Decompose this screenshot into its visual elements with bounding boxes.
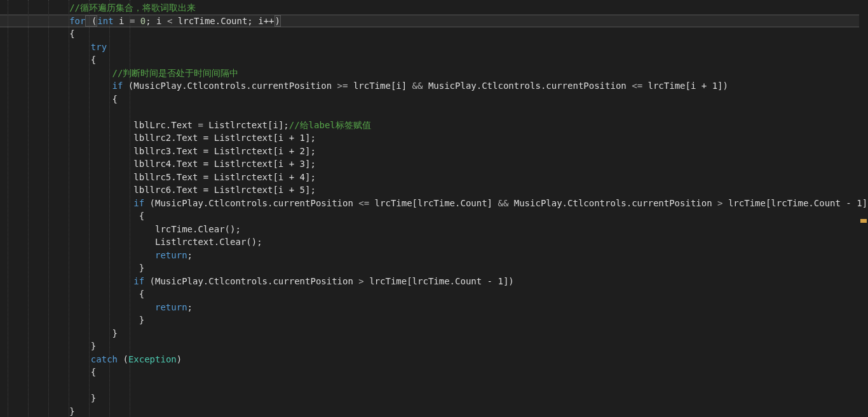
code-line[interactable]: {: [5, 27, 868, 41]
code-line[interactable]: try: [5, 41, 868, 54]
code-line[interactable]: catch (Exception): [5, 353, 868, 366]
comment: //给label标签赋值: [289, 120, 371, 130]
code-line[interactable]: lrcTime.Clear();: [5, 223, 868, 236]
code-line[interactable]: lbllrc5.Text = Listlrctext[i + 4];: [5, 171, 868, 184]
comment: //循环遍历集合，将歌词取出来: [69, 3, 196, 13]
close-paren: ): [275, 15, 281, 27]
type-exception: Exception: [128, 354, 177, 364]
keyword-for: for: [69, 16, 85, 26]
code-line[interactable]: lblLrc.Text = Listlrctext[i];//给label标签赋…: [5, 119, 868, 132]
code-line[interactable]: if (MusicPlay.Ctlcontrols.currentPositio…: [5, 79, 868, 93]
code-line[interactable]: {: [5, 288, 868, 301]
code-line[interactable]: //循环遍历集合，将歌词取出来: [5, 1, 868, 15]
code-line[interactable]: [5, 379, 868, 392]
code-line[interactable]: }: [5, 327, 868, 340]
code-line[interactable]: }: [5, 392, 868, 405]
code-line[interactable]: lbllrc6.Text = Listlrctext[i + 5];: [5, 183, 868, 197]
keyword-try: try: [91, 42, 107, 52]
keyword-if: if: [133, 198, 144, 208]
code-line[interactable]: return;: [5, 301, 868, 314]
code-line[interactable]: }: [5, 314, 868, 327]
code-line[interactable]: {: [5, 53, 868, 67]
keyword-if: if: [133, 276, 144, 286]
code-line[interactable]: lbllrc4.Text = Listlrctext[i + 3];: [5, 157, 868, 171]
code-line[interactable]: Listlrctext.Clear();: [5, 235, 868, 249]
keyword-catch: catch: [91, 354, 118, 364]
code-line[interactable]: lbllrc3.Text = Listlrctext[i + 2];: [5, 145, 868, 158]
code-editor[interactable]: //循环遍历集合，将歌词取出来 for (int i = 0; i < lrcT…: [0, 0, 868, 417]
keyword-return: return: [155, 250, 187, 260]
number-literal: 0: [135, 16, 146, 26]
keyword-int: int: [97, 16, 113, 26]
code-line[interactable]: {: [5, 366, 868, 379]
code-line[interactable]: //判断时间是否处于时间间隔中: [5, 67, 868, 80]
keyword-if: if: [112, 81, 123, 91]
open-paren: (: [85, 15, 97, 27]
keyword-return: return: [155, 302, 187, 312]
code-line[interactable]: }: [5, 340, 868, 353]
code-line[interactable]: }: [5, 405, 868, 418]
code-line[interactable]: lbllrc2.Text = Listlrctext[i + 1];: [5, 131, 868, 145]
comment: //判断时间是否处于时间间隔中: [112, 68, 239, 78]
code-line[interactable]: if (MusicPlay.Ctlcontrols.currentPositio…: [5, 197, 868, 210]
code-line[interactable]: if (MusicPlay.Ctlcontrols.currentPositio…: [5, 275, 868, 288]
code-line[interactable]: {: [5, 93, 868, 106]
code-line[interactable]: return;: [5, 249, 868, 262]
code-line[interactable]: [5, 105, 868, 119]
code-line[interactable]: }: [5, 261, 868, 275]
code-line[interactable]: {: [5, 209, 868, 223]
code-line[interactable]: for (int i = 0; i < lrcTime.Count; i++): [5, 15, 868, 28]
